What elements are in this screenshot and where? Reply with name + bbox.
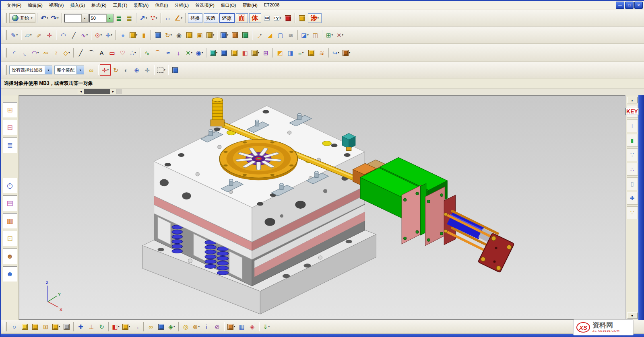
- shell-icon[interactable]: ▢: [275, 30, 285, 40]
- xform-icon[interactable]: ▾: [341, 47, 351, 58]
- dropdown-arrow-icon[interactable]: ▾: [342, 33, 344, 37]
- sew-icon[interactable]: ≋: [317, 47, 327, 58]
- chevron-down-icon[interactable]: ▾: [45, 66, 52, 74]
- toolbar-grip[interactable]: [4, 13, 7, 23]
- menu-item[interactable]: 分析(L): [171, 2, 192, 9]
- measure-angle-button[interactable]: ∠▾: [173, 13, 184, 23]
- assembly-navigator-icon[interactable]: ⊞: [3, 102, 17, 117]
- dropdown-arrow-icon[interactable]: ▾: [146, 16, 147, 20]
- mirror-assembly-icon[interactable]: ◧▾: [111, 321, 121, 332]
- dropdown-arrow-icon[interactable]: ▾: [198, 325, 200, 328]
- part-navigator-icon[interactable]: ≣: [3, 138, 17, 153]
- rotate-view-icon[interactable]: ↻: [111, 65, 121, 75]
- unite-icon[interactable]: ▾: [219, 30, 229, 40]
- part-families-icon[interactable]: ⊡: [3, 231, 17, 246]
- section-surface-icon[interactable]: ≀: [51, 47, 61, 58]
- minimize-button[interactable]: —: [616, 2, 624, 9]
- layer-visible-button[interactable]: ≣: [124, 13, 134, 23]
- dropdown-arrow-icon[interactable]: ▾: [191, 51, 193, 54]
- orbit-view-icon[interactable]: ⊕: [132, 65, 142, 75]
- visualization-icon[interactable]: ▥: [3, 213, 17, 228]
- datum-plane-icon[interactable]: ▱▾: [23, 30, 33, 40]
- pad-icon[interactable]: ▾: [205, 30, 215, 40]
- work-layer-spinner[interactable]: 50▾: [89, 14, 114, 23]
- n-sided-surface-icon[interactable]: ◇▾: [62, 47, 72, 58]
- select-rectangle-icon[interactable]: ▾: [156, 65, 166, 75]
- replace-button[interactable]: 替换: [188, 13, 202, 23]
- chevron-down-icon[interactable]: ▾: [81, 14, 88, 22]
- extract-geometry-icon[interactable]: ▾: [208, 47, 219, 58]
- dropdown-arrow-icon[interactable]: ▾: [17, 33, 18, 37]
- pan-view-icon[interactable]: ✛: [142, 65, 152, 75]
- isometric-view-icon[interactable]: [170, 65, 180, 75]
- sequence-icon[interactable]: →: [132, 321, 142, 332]
- dropdown-arrow-icon[interactable]: ▾: [216, 51, 218, 54]
- text-icon[interactable]: A: [97, 47, 107, 58]
- dropdown-arrow-icon[interactable]: ▾: [307, 33, 309, 37]
- point-set-icon[interactable]: ∴▾: [128, 47, 138, 58]
- extend-sheet-icon[interactable]: ◨: [285, 47, 295, 58]
- menu-item[interactable]: 帮助(H): [239, 2, 260, 9]
- assembly-constraints-icon[interactable]: ⊥: [86, 321, 96, 332]
- extrude-icon[interactable]: [153, 30, 163, 40]
- datum-csys-icon[interactable]: ✛: [44, 30, 54, 40]
- assembly-cut-icon[interactable]: ▾: [226, 321, 236, 332]
- selection-filter-dropdown[interactable]: 没有选择过滤器▾: [9, 66, 52, 74]
- dropdown-arrow-icon[interactable]: ▾: [171, 33, 172, 37]
- history-icon[interactable]: ◷: [3, 178, 17, 193]
- fit-curve-icon[interactable]: ∿: [142, 47, 152, 58]
- move-component-icon[interactable]: ✚: [76, 321, 86, 332]
- isolate-component-icon[interactable]: ⊘: [212, 321, 222, 332]
- dropdown-arrow-icon[interactable]: ▾: [302, 51, 304, 54]
- mirror-geometry-icon[interactable]: ◧: [240, 47, 250, 58]
- pocket-icon[interactable]: ▣: [195, 30, 205, 40]
- dropdown-arrow-icon[interactable]: ▾: [31, 16, 33, 20]
- interference-button[interactable]: 涉▾: [308, 13, 322, 23]
- constraint-navigator-icon[interactable]: ⊟: [3, 120, 17, 135]
- viewport-canvas[interactable]: Z Y X: [19, 96, 625, 319]
- horizontal-scrollbar[interactable]: ◂ ▸: [78, 89, 122, 94]
- dropdown-arrow-icon[interactable]: ▾: [37, 51, 39, 54]
- datum-axis-icon[interactable]: ⇗: [34, 30, 44, 40]
- hydraulic-cylinder[interactable]: [444, 211, 514, 273]
- wave-geometry-linker-icon[interactable]: [219, 47, 229, 58]
- restore-button[interactable]: □: [625, 2, 634, 9]
- shaded-display-icon[interactable]: ◐: [121, 65, 131, 75]
- graphics-viewport[interactable]: Z Y X: [19, 95, 625, 320]
- dropdown-arrow-icon[interactable]: ▾: [332, 33, 333, 37]
- dropdown-arrow-icon[interactable]: ▾: [227, 33, 229, 37]
- sphere-icon[interactable]: ●: [118, 30, 128, 40]
- show-dof-icon[interactable]: ↻: [97, 321, 107, 332]
- spline-icon[interactable]: ∿▾: [79, 30, 89, 40]
- find-component-icon[interactable]: ○: [9, 321, 19, 332]
- dropdown-arrow-icon[interactable]: ▾: [47, 16, 48, 20]
- scroll-right-icon[interactable]: ▸: [110, 89, 116, 94]
- dropdown-arrow-icon[interactable]: ▾: [164, 68, 165, 72]
- suppress-component-icon[interactable]: [62, 321, 72, 332]
- copy-face-button[interactable]: Co: [262, 13, 272, 23]
- move-object-icon[interactable]: ↪▾: [331, 47, 341, 58]
- rotary-disc[interactable]: [219, 140, 297, 181]
- line-icon[interactable]: ╱: [69, 30, 79, 40]
- revolve-icon[interactable]: ↻▾: [163, 30, 173, 40]
- swept-surface-icon[interactable]: ◠▾: [30, 47, 40, 58]
- solid-tool-button[interactable]: [297, 13, 307, 23]
- start-button[interactable]: 开始 ▾: [9, 13, 35, 23]
- instance-geometry-icon[interactable]: ⊞: [261, 47, 271, 58]
- edge-blend-icon[interactable]: ◞▾: [254, 30, 264, 40]
- interpart-chain-icon[interactable]: ∞: [86, 65, 96, 75]
- dropdown-arrow-icon[interactable]: ▾: [129, 325, 130, 328]
- scroll-left-icon[interactable]: ◂: [78, 89, 84, 94]
- layer-settings-button[interactable]: ≣: [114, 13, 124, 23]
- dropdown-arrow-icon[interactable]: ▾: [280, 16, 281, 20]
- measure-distance-button[interactable]: ↔: [163, 13, 173, 23]
- dropdown-arrow-icon[interactable]: ▾: [181, 16, 182, 20]
- molecule-tool-icon[interactable]: ∴: [627, 163, 638, 176]
- direct-sketch-icon[interactable]: ✎▾: [9, 30, 19, 40]
- restore-button[interactable]: 还原: [219, 13, 235, 23]
- vertical-spring-post[interactable]: [211, 98, 224, 126]
- dimension-tool-icon[interactable]: ⊤: [627, 119, 638, 132]
- bridge-curve-icon[interactable]: ⌒: [153, 47, 163, 58]
- dropdown-arrow-icon[interactable]: ▾: [258, 51, 260, 54]
- menu-item[interactable]: 视图(V): [46, 2, 67, 9]
